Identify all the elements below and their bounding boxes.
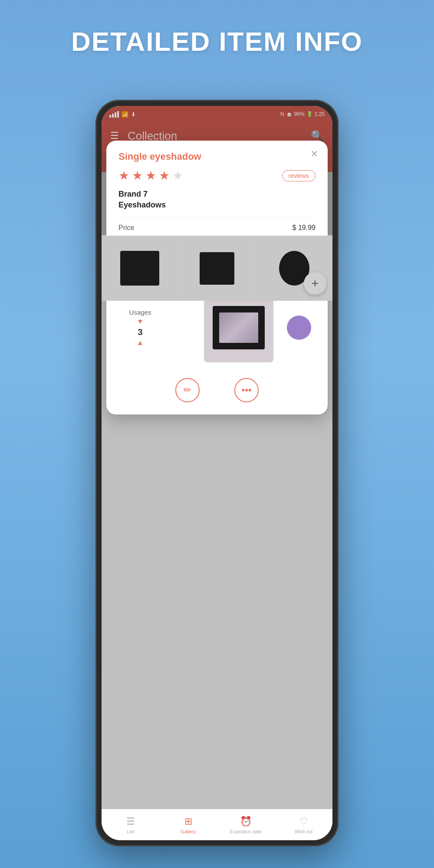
more-options-button[interactable]: ••• — [234, 378, 259, 402]
product-image-area — [162, 293, 316, 362]
bottom-grid-cell-3: + — [256, 236, 332, 301]
modal-title: Single eyeshadow — [118, 151, 316, 162]
price-value: $ 19.99 — [293, 224, 316, 232]
stars-row: ★ ★ ★ ★ ★ reviews — [118, 168, 316, 183]
modal-brand: Brand 7 — [118, 190, 316, 199]
page-title: DETAILED ITEM INFO — [0, 0, 434, 57]
star-5[interactable]: ★ — [172, 168, 183, 183]
price-row: Price $ 19.99 — [118, 217, 316, 238]
nav-expiration-label: Expiration date — [230, 829, 262, 834]
usages-label: Usages — [129, 309, 151, 316]
star-3[interactable]: ★ — [145, 168, 156, 183]
product-image — [204, 293, 273, 362]
modal-actions: ✏ ••• — [118, 375, 316, 402]
bottom-nav: ☰ List ⊞ Gallery ⏰ Expiration date ♡ Wis… — [102, 809, 332, 840]
gallery-icon: ⊞ — [184, 816, 192, 827]
reviews-badge[interactable]: reviews — [282, 170, 316, 181]
nav-item-gallery[interactable]: ⊞ Gallery — [159, 816, 217, 834]
nav-gallery-label: Gallery — [181, 829, 196, 834]
wishlist-icon: ♡ — [299, 816, 308, 827]
usages-count: 3 — [138, 327, 142, 337]
bottom-grid-cell-2 — [179, 236, 255, 301]
color-swatch-dot[interactable] — [287, 316, 311, 340]
nav-item-list[interactable]: ☰ List — [102, 816, 159, 834]
modal-close-button[interactable]: ✕ — [310, 149, 318, 159]
nav-item-wishlist[interactable]: ♡ Wish list — [275, 816, 332, 834]
usages-controls: Usages ▼ 3 ▲ — [129, 309, 151, 347]
fab-button[interactable]: + — [304, 272, 326, 295]
expiration-icon: ⏰ — [240, 816, 252, 827]
screen-content: 📶 ⬇ N ⏰ 96% 🔋 1:25 ☰ Collection 🔍 — [102, 106, 332, 840]
price-label: Price — [118, 224, 293, 232]
nav-item-expiration[interactable]: ⏰ Expiration date — [217, 816, 275, 834]
bottom-grid-cell-1 — [102, 236, 178, 301]
usages-col: Usages ▼ 3 ▲ — [118, 309, 162, 347]
list-icon: ☰ — [126, 816, 135, 827]
nav-list-label: List — [127, 829, 134, 834]
modal-overlay: ✕ Single eyeshadow ★ ★ ★ ★ ★ reviews Bra… — [102, 106, 332, 840]
edit-button[interactable]: ✏ — [175, 378, 200, 402]
modal-category: Eyeshadows — [118, 201, 316, 210]
phone-frame: 📶 ⬇ N ⏰ 96% 🔋 1:25 ☰ Collection 🔍 — [95, 100, 339, 846]
chevron-down-icon[interactable]: ▼ — [137, 318, 144, 326]
star-2[interactable]: ★ — [132, 168, 143, 183]
phone-screen: 📶 ⬇ N ⏰ 96% 🔋 1:25 ☰ Collection 🔍 — [102, 106, 332, 840]
chevron-up-icon[interactable]: ▲ — [137, 339, 144, 347]
star-1[interactable]: ★ — [118, 168, 129, 183]
star-4[interactable]: ★ — [159, 168, 170, 183]
bottom-grid: + — [102, 236, 332, 301]
nav-wishlist-label: Wish list — [295, 829, 312, 834]
